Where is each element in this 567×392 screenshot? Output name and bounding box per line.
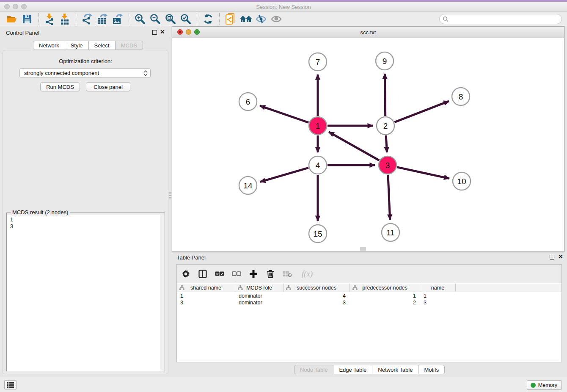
edge-3-11[interactable]	[388, 175, 390, 220]
mcds-result-title: MCDS result (2 nodes)	[11, 209, 70, 215]
node-6[interactable]: 6	[239, 93, 257, 110]
tab-mcds[interactable]: MCDS	[116, 41, 143, 50]
function-builder-button[interactable]: f(x)	[299, 268, 316, 279]
cell-name[interactable]: 1	[420, 293, 456, 299]
search-field[interactable]	[439, 14, 562, 24]
clone-network-button[interactable]	[223, 13, 238, 25]
node-3[interactable]: 3	[379, 156, 396, 174]
criterion-dropdown[interactable]: strongly connected component	[19, 68, 151, 78]
add-row-button[interactable]	[248, 268, 259, 279]
edge-4-14[interactable]	[260, 168, 308, 182]
close-panel-button[interactable]: Close panel	[86, 82, 130, 91]
import-network-button[interactable]	[42, 13, 57, 25]
cell-predecessor-nodes[interactable]: 1	[350, 293, 420, 299]
mcds-panel: Optimization criterion: strongly connect…	[3, 50, 168, 374]
node-9[interactable]: 9	[376, 52, 394, 70]
node-1[interactable]: 1	[309, 117, 327, 135]
run-mcds-button[interactable]: Run MCDS	[40, 82, 80, 91]
zoom-in-button[interactable]	[132, 13, 148, 25]
home-button[interactable]	[238, 13, 253, 25]
cell-shared-name[interactable]: 3	[177, 299, 235, 306]
edge-1-6[interactable]	[260, 106, 308, 123]
refresh-layout-button[interactable]	[201, 13, 216, 25]
node-10[interactable]: 10	[453, 172, 471, 190]
column-header-mcds-role[interactable]: MCDS role	[235, 284, 284, 292]
result-line: 1	[10, 216, 157, 223]
column-header-shared-name[interactable]: shared name	[177, 284, 235, 292]
open-session-button[interactable]	[4, 13, 19, 25]
node-label: 11	[386, 228, 395, 237]
zoom-out-button[interactable]	[148, 13, 163, 25]
column-header-predecessor-nodes[interactable]: predecessor nodes	[350, 284, 420, 292]
node-label: 2	[383, 121, 388, 130]
float-panel-icon[interactable]	[152, 30, 157, 35]
close-panel-icon[interactable]: ✕	[160, 28, 165, 35]
search-icon	[443, 16, 449, 22]
memory-button[interactable]: Memory	[527, 380, 562, 390]
hide-panels-button[interactable]	[253, 13, 269, 25]
column-header-successor-nodes[interactable]: successor nodes	[284, 284, 350, 292]
show-panels-button[interactable]	[269, 13, 284, 25]
cell-successor-nodes[interactable]: 3	[284, 299, 350, 306]
toolbar-separator	[197, 13, 197, 25]
network-window-titlebar[interactable]: × − + scc.txt	[172, 27, 564, 38]
edge-2-9[interactable]	[385, 74, 385, 116]
vertical-splitter-handle[interactable]	[169, 192, 171, 200]
table-settings-button[interactable]	[180, 268, 191, 279]
node-14[interactable]: 14	[239, 177, 257, 194]
tab-edge-table[interactable]: Edge Table	[333, 365, 372, 374]
tab-network-table[interactable]: Network Table	[372, 365, 418, 374]
node-4[interactable]: 4	[309, 156, 327, 174]
cell-shared-name[interactable]: 1	[177, 293, 235, 299]
export-network-button[interactable]	[80, 13, 95, 25]
tab-node-table[interactable]: Node Table	[294, 365, 334, 374]
node-7[interactable]: 7	[309, 53, 327, 71]
fit-content-button[interactable]	[163, 13, 178, 25]
delete-table-button[interactable]	[282, 268, 293, 279]
table-row[interactable]: 3 dominator 3 2 3	[177, 299, 561, 306]
task-history-button[interactable]	[4, 380, 17, 389]
tab-select[interactable]: Select	[89, 41, 116, 50]
control-panel-title: Control Panel	[6, 30, 39, 36]
edge-3-1[interactable]	[329, 132, 379, 160]
tab-style[interactable]: Style	[65, 41, 89, 50]
node-2[interactable]: 2	[377, 117, 394, 135]
main-toolbar	[0, 12, 567, 26]
select-all-button[interactable]	[214, 268, 225, 279]
close-table-panel-icon[interactable]: ✕	[558, 253, 563, 260]
network-canvas[interactable]: 7968124314101511	[172, 38, 564, 251]
cell-mcds-role[interactable]: dominator	[235, 293, 284, 299]
delete-row-button[interactable]	[265, 268, 276, 279]
tab-motifs[interactable]: Motifs	[418, 365, 445, 374]
node-11[interactable]: 11	[382, 224, 399, 241]
deselect-all-button[interactable]	[231, 268, 242, 279]
node-15[interactable]: 15	[309, 225, 327, 243]
export-image-button[interactable]	[110, 13, 125, 25]
export-table-button[interactable]	[95, 13, 110, 25]
edges-layer	[260, 74, 449, 221]
edge-2-8[interactable]	[394, 101, 449, 122]
horizontal-splitter-handle[interactable]	[360, 247, 366, 251]
column-header-name[interactable]: name	[420, 284, 456, 292]
node-8[interactable]: 8	[452, 88, 470, 105]
edge-2-3[interactable]	[386, 135, 387, 152]
open-folder-icon	[6, 14, 18, 24]
export-network-icon	[81, 13, 93, 25]
zoom-selected-button[interactable]	[178, 13, 193, 25]
cell-name[interactable]: 3	[420, 299, 456, 306]
save-session-button[interactable]	[19, 13, 35, 25]
cell-filler	[456, 299, 561, 306]
float-table-panel-icon[interactable]	[550, 255, 554, 259]
result-scrollbar[interactable]	[160, 215, 165, 371]
cell-mcds-role[interactable]: dominator	[235, 299, 284, 306]
mcds-result-list[interactable]: 1 3	[7, 215, 160, 371]
cell-predecessor-nodes[interactable]: 2	[350, 299, 420, 306]
column-label: name	[431, 285, 444, 291]
edge-3-10[interactable]	[397, 167, 449, 179]
table-row[interactable]: 1 dominator 4 1 1	[177, 293, 561, 299]
column-panes-button[interactable]	[197, 268, 208, 279]
tab-network[interactable]: Network	[33, 41, 65, 50]
search-input[interactable]	[449, 16, 561, 22]
cell-successor-nodes[interactable]: 4	[284, 293, 350, 299]
import-table-button[interactable]	[57, 13, 72, 25]
